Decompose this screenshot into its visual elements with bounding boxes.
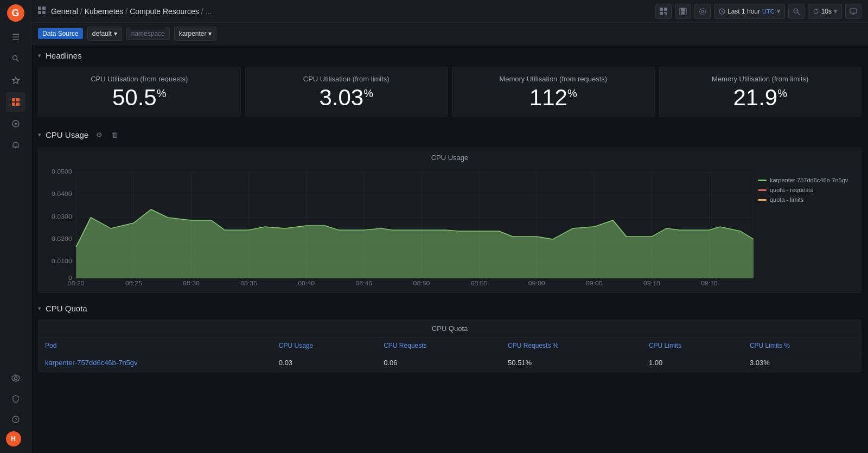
- breadcrumb-compute[interactable]: Compute Resources: [130, 7, 199, 16]
- svg-text:09:00: 09:00: [528, 280, 545, 285]
- svg-text:08:35: 08:35: [240, 280, 257, 285]
- svg-text:09:15: 09:15: [701, 280, 718, 285]
- app-logo[interactable]: G: [7, 4, 24, 22]
- cpu-usage-chart-area: 0.0500 0.0400 0.0300 0.0200 0.0100 0: [44, 166, 754, 287]
- sidebar-item-shield[interactable]: [6, 389, 25, 409]
- legend-label-quota-requests: quota - requests: [770, 187, 813, 193]
- avatar[interactable]: H: [6, 431, 21, 446]
- stat-label-1: CPU Utilisation (from limits): [303, 75, 390, 83]
- breadcrumb-general[interactable]: General: [51, 7, 78, 16]
- headlines-section-header[interactable]: ▾ Headlines: [38, 49, 861, 62]
- breadcrumb-kubernetes[interactable]: Kubernetes: [85, 7, 124, 16]
- sidebar-item-help[interactable]: ?: [6, 410, 25, 429]
- svg-text:08:25: 08:25: [125, 280, 142, 285]
- stat-value-0: 50.5%: [112, 86, 167, 109]
- sidebar-bottom: ? H: [6, 367, 25, 449]
- cpu-usage-legend: karpenter-757dd6c46b-7n5gv quota - reque…: [758, 166, 856, 287]
- legend-label-karpenter: karpenter-757dd6c46b-7n5gv: [770, 177, 848, 183]
- stats-row: CPU Utilisation (from requests) 50.5% CP…: [38, 67, 861, 117]
- stat-value-1: 3.03%: [319, 86, 373, 109]
- content-area: ▾ Headlines CPU Utilisation (from reques…: [31, 44, 868, 453]
- data-source-chevron: ▾: [114, 30, 117, 37]
- namespace-chevron: ▾: [208, 30, 212, 37]
- cell-cpu-requests-pct: 50.51%: [501, 354, 642, 372]
- svg-marker-2: [12, 77, 19, 84]
- tv-mode-button[interactable]: [845, 4, 861, 19]
- svg-point-28: [699, 8, 705, 14]
- topbar: General / Kubernetes / Compute Resources…: [31, 0, 868, 23]
- svg-rect-4: [16, 98, 20, 101]
- cpu-usage-svg: 0.0500 0.0400 0.0300 0.0200 0.0100 0: [44, 166, 754, 285]
- sidebar-item-search[interactable]: [6, 49, 25, 68]
- data-source-select[interactable]: default ▾: [87, 27, 122, 41]
- cpu-usage-settings-button[interactable]: ⚙: [93, 128, 106, 141]
- svg-rect-18: [660, 8, 663, 11]
- svg-rect-5: [12, 103, 15, 106]
- svg-rect-25: [681, 8, 685, 11]
- cpu-quota-table-body: karpenter-757dd6c46b-7n5gv 0.03 0.06 50.…: [39, 354, 861, 372]
- stat-label-3: Memory Utilisation (from limits): [712, 75, 808, 83]
- sidebar-item-menu[interactable]: ☰: [6, 27, 25, 47]
- filter-bar: Data Source default ▾ namespace karpente…: [31, 23, 868, 44]
- timezone-label: UTC: [762, 8, 775, 15]
- stat-cpu-utilisation-limits: CPU Utilisation (from limits) 3.03%: [245, 67, 448, 117]
- svg-text:0.0500: 0.0500: [52, 169, 72, 175]
- headlines-collapse-icon: ▾: [38, 52, 41, 59]
- time-range-picker[interactable]: Last 1 hour UTC ▾: [714, 4, 785, 19]
- svg-text:0.0100: 0.0100: [52, 258, 72, 264]
- legend-item-karpenter: karpenter-757dd6c46b-7n5gv: [758, 177, 856, 183]
- legend-color-quota-limits: [758, 199, 767, 201]
- col-pod: Pod: [39, 337, 272, 354]
- svg-rect-15: [42, 7, 46, 10]
- svg-point-8: [15, 123, 17, 125]
- cpu-quota-table-title: CPU Quota: [39, 320, 861, 337]
- svg-rect-36: [850, 9, 857, 13]
- namespace-select[interactable]: karpenter ▾: [174, 27, 217, 41]
- sidebar-item-alerting[interactable]: [6, 136, 25, 155]
- data-source-label: Data Source: [38, 28, 83, 39]
- grid-icon: [38, 7, 46, 16]
- stat-value-3: 21.9%: [733, 86, 787, 109]
- col-cpu-limits-pct: CPU Limits %: [743, 337, 861, 354]
- sidebar-item-explore[interactable]: [6, 114, 25, 133]
- legend-color-quota-requests: [758, 189, 767, 191]
- svg-text:08:50: 08:50: [413, 280, 430, 285]
- svg-line-1: [16, 60, 18, 62]
- settings-button[interactable]: [694, 4, 711, 19]
- refresh-button[interactable]: 10s ▾: [808, 4, 842, 19]
- svg-line-34: [797, 12, 800, 15]
- zoom-out-button[interactable]: [788, 4, 805, 19]
- svg-rect-3: [12, 98, 15, 101]
- col-cpu-usage: CPU Usage: [272, 337, 377, 354]
- main-content: General / Kubernetes / Compute Resources…: [31, 0, 868, 453]
- sidebar-item-settings[interactable]: [6, 368, 25, 388]
- svg-rect-6: [16, 103, 20, 106]
- save-dashboard-button[interactable]: [675, 4, 691, 19]
- svg-point-11: [14, 377, 17, 380]
- svg-marker-35: [816, 9, 818, 11]
- svg-text:09:05: 09:05: [586, 280, 603, 285]
- time-range-label: Last 1 hour: [727, 8, 760, 15]
- svg-text:?: ?: [14, 417, 17, 423]
- svg-text:08:55: 08:55: [471, 280, 488, 285]
- breadcrumb-ellipsis: ...: [206, 7, 212, 16]
- svg-text:08:30: 08:30: [183, 280, 200, 285]
- svg-text:08:45: 08:45: [355, 280, 372, 285]
- add-panel-button[interactable]: [655, 4, 672, 19]
- cell-pod: karpenter-757dd6c46b-7n5gv: [39, 354, 272, 372]
- cpu-usage-section-header[interactable]: ▾ CPU Usage ⚙ 🗑: [38, 126, 861, 143]
- svg-text:0.0400: 0.0400: [52, 191, 72, 197]
- cpu-quota-section-title: CPU Quota: [46, 304, 87, 313]
- sidebar-item-starred[interactable]: [6, 71, 25, 90]
- col-cpu-requests-pct: CPU Requests %: [501, 337, 642, 354]
- cpu-usage-delete-button[interactable]: 🗑: [108, 128, 121, 141]
- sidebar-item-dashboards[interactable]: [6, 92, 25, 112]
- pod-link[interactable]: karpenter-757dd6c46b-7n5gv: [45, 359, 138, 367]
- svg-rect-16: [38, 11, 41, 14]
- cpu-usage-chart-container: 0.0500 0.0400 0.0300 0.0200 0.0100 0: [44, 166, 856, 287]
- cpu-quota-table-header: Pod CPU Usage CPU Requests CPU Requests …: [39, 337, 861, 354]
- table-header-row: Pod CPU Usage CPU Requests CPU Requests …: [39, 337, 861, 354]
- cpu-quota-section-header[interactable]: ▾ CPU Quota: [38, 302, 861, 315]
- cpu-quota-collapse-icon: ▾: [38, 305, 41, 312]
- svg-text:08:40: 08:40: [298, 280, 315, 285]
